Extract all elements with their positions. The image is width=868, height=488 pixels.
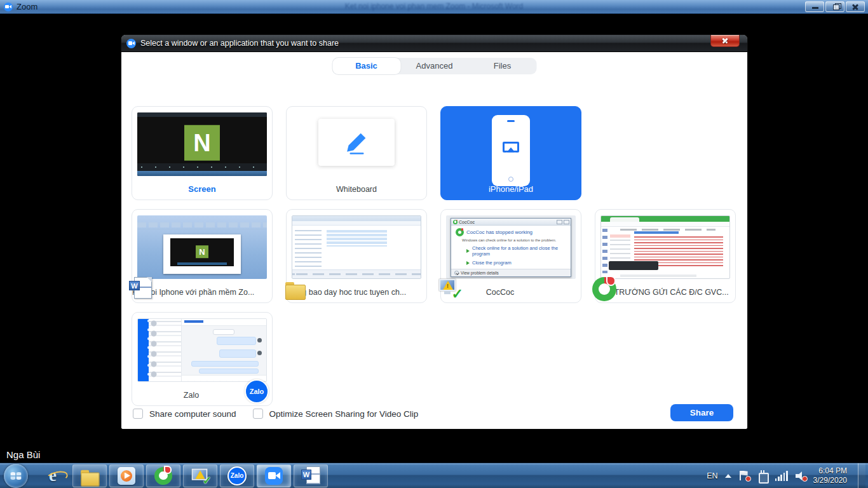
meeting-initial-avatar: N xyxy=(184,125,220,161)
tab-files[interactable]: Files xyxy=(468,58,536,74)
mini-toolbar xyxy=(292,221,421,226)
problem-report-icon: ✓ xyxy=(191,466,210,485)
chat-bubble xyxy=(217,337,256,345)
crash-body-text: Windows can check online for a solution … xyxy=(451,236,571,242)
screen-thumbnail: N xyxy=(137,112,267,176)
optimize-video-label: Optimize Screen Sharing for Video Clip xyxy=(269,409,419,419)
tile-explorer-window[interactable]: thong bao day hoc truc tuyen ch... xyxy=(286,209,427,303)
tile-label: NHÀ TRƯỜNG GỬI CÁC Đ/C GVC... xyxy=(595,288,735,297)
folder-icon xyxy=(283,277,308,301)
restore-button[interactable] xyxy=(825,1,844,12)
tile-coccoc-crash[interactable]: CocCoc CocCoc has stopped working Window… xyxy=(440,209,581,303)
tile-iphone-ipad[interactable]: iPhone/iPad xyxy=(440,106,581,200)
crash-details-text: View problem details xyxy=(461,271,499,275)
taskbar-item-media-player[interactable] xyxy=(109,464,144,487)
taskbar-item-internet-explorer[interactable]: e xyxy=(36,464,70,487)
mini-tooltip xyxy=(609,261,658,270)
tile-label: Screen xyxy=(132,184,272,194)
mini-file-list xyxy=(327,230,387,247)
share-computer-sound-checkbox[interactable] xyxy=(133,409,143,419)
meeting-initial-avatar: N xyxy=(196,245,208,258)
mini-nav-pane xyxy=(295,230,322,268)
taskbar: e ✓ Zalo W EN 6 xyxy=(0,463,868,488)
mute-badge xyxy=(802,476,808,482)
share-computer-sound-label: Share computer sound xyxy=(149,409,236,419)
language-indicator[interactable]: EN xyxy=(707,471,717,480)
coccoc-browser-icon xyxy=(592,277,616,301)
mini-meeting-controls xyxy=(137,163,267,171)
taskbar-clock[interactable]: 6:04 PM 3/29/2020 xyxy=(813,466,851,485)
mini-caption-buttons xyxy=(557,220,571,224)
mini-screenshot-bar xyxy=(177,262,227,265)
tile-whiteboard[interactable]: Whiteboard xyxy=(286,106,427,200)
taskbar-item-problem-report[interactable]: ✓ xyxy=(183,464,217,487)
close-button[interactable] xyxy=(846,1,865,12)
taskbar-item-word[interactable]: W xyxy=(294,464,328,487)
network-signal-icon[interactable] xyxy=(775,471,788,481)
crash-option-2-text: Close the program xyxy=(472,260,512,266)
crash-details-row: View problem details xyxy=(451,269,571,276)
tile-label: Whiteboard xyxy=(287,185,426,194)
mini-mail-nav xyxy=(610,235,630,263)
chat-bubble xyxy=(191,361,259,367)
crash-window-title: CocCoc xyxy=(459,220,475,224)
mini-screenshot: N xyxy=(170,238,234,266)
tab-basic[interactable]: Basic xyxy=(332,58,400,74)
action-center-icon[interactable] xyxy=(738,470,750,482)
tile-label: iPhone/iPad xyxy=(441,184,581,194)
taskbar-item-zoom[interactable] xyxy=(257,464,291,487)
optimize-video-checkbox[interactable] xyxy=(253,409,263,419)
mini-statusbar xyxy=(292,269,421,278)
share-button[interactable]: Share xyxy=(670,404,733,421)
tile-zalo-window[interactable]: Zalo Zalo xyxy=(132,312,273,406)
power-plug-icon[interactable] xyxy=(757,470,768,482)
show-hidden-icons-button[interactable] xyxy=(725,474,731,478)
dialog-close-button[interactable] xyxy=(710,35,740,47)
zoom-app-icon xyxy=(4,3,13,11)
tile-word-window[interactable]: N Ket noi Iphone với phần mềm Zo... W xyxy=(132,209,273,303)
avatar xyxy=(257,351,262,355)
crash-dialog-window: CocCoc CocCoc has stopped working Window… xyxy=(451,218,571,277)
tile-browser-window[interactable]: NHÀ TRƯỜNG GỬI CÁC Đ/C GVC... xyxy=(595,209,736,303)
crash-option-1-text: Check online for a solution and close th… xyxy=(472,245,571,257)
warning-mark: ! xyxy=(447,283,449,289)
taskbar-item-explorer[interactable] xyxy=(72,464,107,487)
check-mark: ✓ xyxy=(203,474,212,487)
crash-heading-row: CocCoc has stopped working xyxy=(451,226,571,236)
zoom-app-titlebar: Zoom Ket noi iphone voi phan mem Zoom - … xyxy=(0,0,868,14)
screen: { "app": { "title": "Zoom", "background_… xyxy=(0,0,868,488)
tab-advanced[interactable]: Advanced xyxy=(400,58,468,74)
chat-bubble xyxy=(219,349,256,358)
browser-window-thumbnail xyxy=(600,215,730,279)
clock-time: 6:04 PM xyxy=(813,466,847,476)
taskbar-item-zalo[interactable]: Zalo xyxy=(220,464,254,487)
word-w-mark: W xyxy=(301,470,311,480)
start-button[interactable] xyxy=(4,464,28,488)
internet-explorer-icon: e xyxy=(49,466,57,485)
zoom-camera-icon xyxy=(265,467,283,485)
clock-date: 3/29/2020 xyxy=(813,476,847,485)
phone-speaker xyxy=(507,120,515,122)
zalo-logo-icon: Zalo xyxy=(227,466,247,485)
crash-option-2: Close the program xyxy=(451,257,571,266)
taskbar-item-coccoc[interactable] xyxy=(146,464,180,487)
mini-document-page: N xyxy=(163,234,241,274)
share-dialog: Select a window or an application that y… xyxy=(121,35,747,429)
share-source-grid: N Screen Whiteboard xyxy=(132,106,737,406)
windows-flag-icon xyxy=(10,470,22,482)
minimize-button[interactable] xyxy=(805,1,824,12)
share-dialog-body: Basic Advanced Files N Screen xyxy=(121,52,747,429)
coccoc-icon xyxy=(453,220,458,224)
mini-browser-sidebar xyxy=(602,229,607,273)
mini-browser-toolbar xyxy=(601,222,729,227)
mini-browser-tabbar xyxy=(601,216,729,222)
crash-option-1: Check online for a solution and close th… xyxy=(451,242,571,257)
word-document-icon: W xyxy=(129,277,153,301)
show-desktop-button[interactable] xyxy=(858,463,865,488)
tile-screen[interactable]: N Screen xyxy=(132,106,273,200)
screen-mirroring-icon xyxy=(503,142,519,152)
alert-badge xyxy=(745,476,751,482)
share-dialog-footer: Share computer sound Optimize Screen Sha… xyxy=(121,397,747,429)
volume-muted-icon[interactable] xyxy=(795,470,806,482)
arrow-icon xyxy=(466,261,470,265)
